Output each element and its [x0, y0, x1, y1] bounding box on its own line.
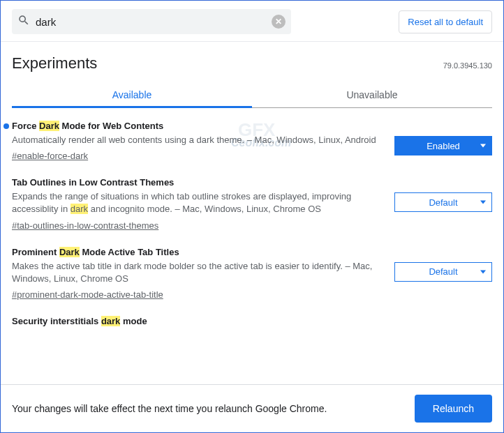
flag-description: Makes the active tab title in dark mode …: [12, 260, 380, 285]
select-value: Default: [429, 266, 457, 277]
search-icon: [17, 14, 30, 29]
clear-search-button[interactable]: ✕: [272, 15, 286, 29]
highlight-text: dark: [101, 316, 120, 326]
highlight-text: Dark: [59, 247, 80, 257]
flag-select-wrap: Default: [394, 177, 492, 231]
page-title: Experiments: [12, 54, 97, 73]
flag-item: Tab Outlines in Low Contrast Themes Expa…: [1, 165, 503, 234]
flag-title: Tab Outlines in Low Contrast Themes: [12, 177, 380, 188]
title-text: mode: [120, 316, 147, 326]
flag-state-select[interactable]: Default: [394, 192, 492, 212]
flag-select-wrap: Default: [394, 247, 492, 301]
flag-title: Security interstitials dark mode: [12, 316, 492, 326]
flag-title: Force Dark Mode for Web Contents: [12, 121, 380, 131]
flag-content: Prominent Dark Mode Active Tab Titles Ma…: [12, 247, 380, 301]
flag-hash-link[interactable]: #tab-outlines-in-low-contrast-themes: [12, 220, 158, 231]
relaunch-button[interactable]: Relaunch: [415, 395, 492, 423]
flag-content: Force Dark Mode for Web Contents Automat…: [12, 121, 380, 162]
flag-state-select[interactable]: Enabled: [394, 136, 492, 155]
title-text: Prominent: [12, 247, 59, 257]
flag-description: Expands the range of situations in which…: [12, 190, 380, 215]
flag-item: Force Dark Mode for Web Contents Automat…: [1, 108, 503, 165]
flag-title: Prominent Dark Mode Active Tab Titles: [12, 247, 380, 257]
close-icon: ✕: [275, 17, 282, 26]
flag-select-wrap: Enabled: [394, 121, 492, 162]
reset-all-button[interactable]: Reset all to default: [399, 10, 492, 33]
flag-state-select[interactable]: Default: [394, 262, 492, 282]
footer-message: Your changes will take effect the next t…: [12, 403, 401, 414]
title-text: Mode Active Tab Titles: [80, 247, 179, 257]
footer-bar: Your changes will take effect the next t…: [1, 384, 503, 432]
desc-text: and incognito mode. – Mac, Windows, Linu…: [88, 204, 321, 214]
chevron-down-icon: [480, 144, 486, 148]
title-text: Tab Outlines in Low Contrast Themes: [12, 177, 174, 188]
title-text: Mode for Web Contents: [59, 121, 163, 131]
tab-unavailable[interactable]: Unavailable: [252, 82, 492, 107]
flag-description: Automatically render all web contents us…: [12, 134, 380, 146]
search-input[interactable]: [36, 16, 266, 28]
chevron-down-icon: [480, 201, 486, 204]
flag-hash-link[interactable]: #prominent-dark-mode-active-tab-title: [12, 289, 163, 300]
search-box[interactable]: ✕: [12, 9, 291, 34]
title-text: Security interstitials: [12, 316, 101, 326]
flag-item: Security interstitials dark mode: [1, 303, 503, 332]
select-value: Default: [429, 197, 457, 208]
flag-item: Prominent Dark Mode Active Tab Titles Ma…: [1, 234, 503, 303]
title-text: Force: [12, 121, 39, 131]
highlight-text: Dark: [39, 121, 59, 131]
version-text: 79.0.3945.130: [443, 61, 492, 70]
flag-content: Security interstitials dark mode: [12, 316, 492, 329]
flag-content: Tab Outlines in Low Contrast Themes Expa…: [12, 177, 380, 231]
changed-indicator-icon: [3, 123, 9, 129]
flags-list: Force Dark Mode for Web Contents Automat…: [1, 108, 503, 332]
chevron-down-icon: [480, 270, 486, 273]
header-row: Experiments 79.0.3945.130: [1, 42, 503, 82]
top-bar: ✕ Reset all to default: [1, 1, 503, 41]
flag-hash-link[interactable]: #enable-force-dark: [12, 151, 88, 161]
tabs: Available Unavailable: [12, 82, 492, 108]
highlight-text: dark: [71, 204, 88, 214]
tab-available[interactable]: Available: [12, 82, 252, 107]
select-value: Enabled: [427, 141, 460, 151]
